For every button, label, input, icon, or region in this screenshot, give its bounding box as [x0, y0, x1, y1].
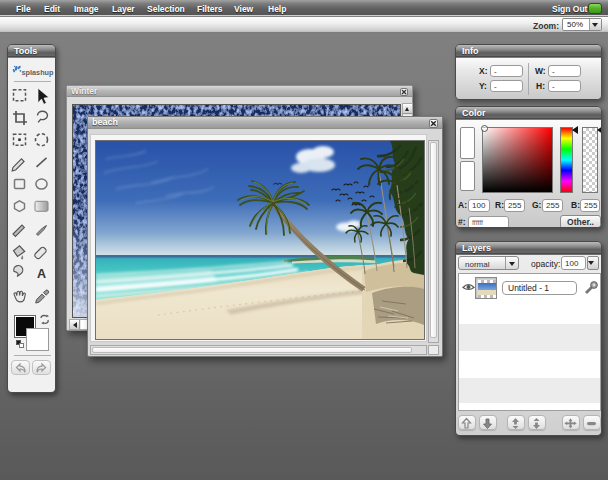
svg-text:A: A [37, 267, 46, 281]
svg-text:splashup: splashup [22, 68, 55, 77]
